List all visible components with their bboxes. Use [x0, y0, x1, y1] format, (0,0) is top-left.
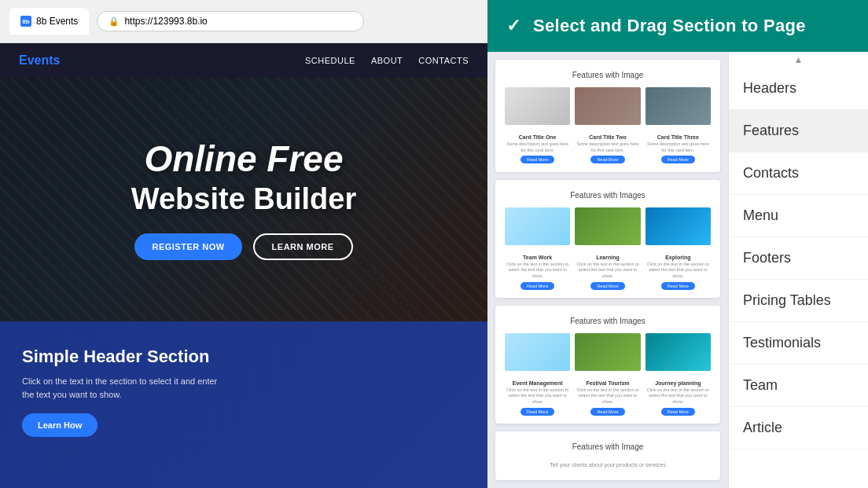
card-col-1-3: Card Title Three Some description text g… — [645, 131, 711, 163]
register-now-button[interactable]: REGISTER NOW — [134, 233, 241, 260]
card-cols-2: Team Work Click on the text in the secti… — [505, 251, 711, 290]
learn-how-button[interactable]: Learn How — [22, 413, 97, 437]
card-btn-2-2[interactable]: Read More — [590, 282, 624, 290]
card-col-3-3: Journey planning Click on the text in th… — [645, 377, 711, 416]
section-card-2-title: Features with Images — [505, 191, 711, 200]
section-card-3-title: Features with Images — [505, 317, 711, 325]
card-img-1-3 — [645, 87, 711, 125]
browser-tab[interactable]: 8b 8b Events — [9, 8, 89, 35]
category-team[interactable]: Team — [729, 365, 868, 407]
card-col-1-2: Card Title Two Some description text goe… — [575, 131, 640, 163]
logo-accent: s — [53, 53, 61, 67]
nav-about[interactable]: ABOUT — [371, 56, 403, 65]
section-card-1[interactable]: Features with Image Card Title One Some … — [495, 60, 720, 172]
logo-text: Event — [19, 53, 53, 67]
hero-section: Online Free Website Builder REGISTER NOW… — [0, 78, 487, 321]
website-preview: 8b 8b Events 🔒 https://123993.8b.io Even… — [0, 0, 487, 488]
card-btn-1-1[interactable]: Read More — [520, 156, 554, 163]
card-img-2-3 — [645, 207, 711, 245]
category-headers[interactable]: Headers — [729, 68, 868, 110]
learn-more-button[interactable]: LEARN MORE — [253, 233, 353, 260]
card-img-1-2 — [575, 87, 640, 125]
section-card-3[interactable]: Features with Images Event Management Cl… — [495, 306, 720, 424]
address-text: https://123993.8b.io — [124, 16, 207, 27]
sections-panel[interactable]: Features with Image Card Title One Some … — [487, 52, 728, 488]
card-cols-1: Card Title One Some description text goe… — [505, 131, 711, 163]
category-pricing-tables[interactable]: Pricing Tables — [729, 280, 868, 322]
address-bar[interactable]: 🔒 https://123993.8b.io — [97, 11, 364, 31]
card-img-1-1 — [505, 87, 570, 125]
simple-header-desc: Click on the text in the section to sele… — [22, 375, 226, 401]
content-area: Features with Image Card Title One Some … — [487, 52, 868, 488]
hero-subtitle: Website Builder — [131, 182, 356, 216]
lock-icon: 🔒 — [108, 17, 120, 27]
section-card-4[interactable]: Features with Image Tell your clients ab… — [495, 431, 720, 480]
section-card-1-title: Features with Image — [505, 71, 711, 79]
site-nav-links: SCHEDULE ABOUT CONTACTS — [305, 56, 469, 65]
categories-sidebar[interactable]: ▲ Headers Features Contacts Menu Footers… — [728, 52, 868, 488]
card-btn-1-2[interactable]: Read More — [590, 156, 624, 163]
card-btn-1-3[interactable]: Read More — [661, 156, 695, 163]
card-btn-2-1[interactable]: Read More — [520, 282, 554, 290]
category-article[interactable]: Article — [729, 407, 868, 449]
section-card-4-title: Features with Image — [505, 442, 711, 451]
nav-contacts[interactable]: CONTACTS — [418, 56, 469, 65]
browser-chrome: 8b 8b Events 🔒 https://123993.8b.io — [0, 0, 487, 43]
card-img-2-2 — [575, 207, 640, 245]
card-btn-3-2[interactable]: Read More — [590, 408, 624, 416]
card-col-2-2: Learning Click on the text in the sectio… — [575, 251, 640, 290]
simple-header-section: Simple Header Section Click on the text … — [0, 321, 487, 488]
section-card-4-subtitle: Tell your clients about your products or… — [505, 459, 711, 471]
site-logo: Events — [19, 53, 60, 68]
card-btn-3-3[interactable]: Read More — [661, 408, 695, 416]
simple-header-title: Simple Header Section — [22, 347, 226, 367]
card-col-3-1: Event Management Click on the text in th… — [505, 377, 570, 416]
category-contacts[interactable]: Contacts — [729, 152, 868, 195]
card-col-2-3: Exploring Click on the text in the secti… — [645, 251, 711, 290]
website-content: Events SCHEDULE ABOUT CONTACTS Online Fr… — [0, 43, 487, 488]
card-img-3-2 — [575, 333, 640, 371]
card-img-3-3 — [645, 333, 711, 371]
card-col-3-2: Festival Tourism Click on the text in th… — [575, 377, 640, 416]
hero-title: Online Free — [144, 139, 343, 179]
category-features[interactable]: Features — [729, 110, 868, 152]
card-btn-3-1[interactable]: Read More — [520, 408, 554, 416]
section-card-2[interactable]: Features with Images Team Work Click on … — [495, 180, 720, 298]
card-cols-3: Event Management Click on the text in th… — [505, 377, 711, 416]
category-footers[interactable]: Footers — [729, 237, 868, 280]
site-nav: Events SCHEDULE ABOUT CONTACTS — [0, 43, 487, 78]
card-img-3-1 — [505, 333, 570, 371]
top-bar: ✓ Select and Drag Section to Page — [487, 0, 868, 52]
check-icon: ✓ — [506, 16, 520, 36]
card-img-2-1 — [505, 207, 570, 245]
category-testimonials[interactable]: Testimonials — [729, 322, 868, 365]
tab-label: 8b Events — [36, 16, 78, 27]
card-images-row-2 — [505, 207, 711, 245]
card-col-1-1: Card Title One Some description text goe… — [505, 131, 570, 163]
nav-schedule[interactable]: SCHEDULE — [305, 56, 355, 65]
scroll-up-indicator[interactable]: ▲ — [729, 52, 868, 68]
top-bar-title: Select and Drag Section to Page — [533, 16, 806, 36]
card-images-row-1 — [505, 87, 711, 125]
category-menu[interactable]: Menu — [729, 195, 868, 237]
hero-buttons: REGISTER NOW LEARN MORE — [134, 233, 352, 260]
right-panel: ✓ Select and Drag Section to Page Featur… — [487, 0, 868, 488]
card-images-row-3 — [505, 333, 711, 371]
tab-favicon: 8b — [20, 16, 31, 27]
card-btn-2-3[interactable]: Read More — [661, 282, 695, 290]
card-col-2-1: Team Work Click on the text in the secti… — [505, 251, 570, 290]
